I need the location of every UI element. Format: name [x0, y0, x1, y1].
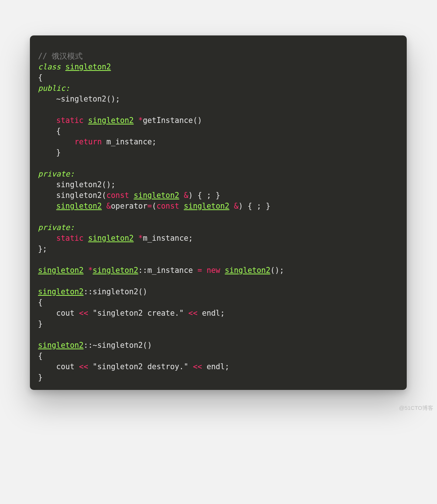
code-token: m_instance; — [143, 234, 193, 243]
code-token — [83, 266, 88, 275]
code-token — [61, 62, 65, 71]
code-token: singleton2 — [38, 341, 83, 350]
code-token — [102, 202, 106, 210]
code-token — [179, 202, 184, 210]
code-token — [129, 191, 134, 200]
code-token: { — [38, 73, 42, 82]
code-token: cout — [38, 309, 79, 318]
code-token: * — [88, 266, 93, 275]
code-token: singleton2 — [38, 287, 83, 296]
code-token: { — [38, 298, 42, 307]
code-token: operator — [111, 202, 147, 210]
code-token: } — [38, 319, 42, 328]
code-token: << — [79, 362, 88, 371]
code-token: singleton2 — [65, 62, 111, 71]
code-token: { — [38, 127, 61, 136]
code-block: // 饿汉模式 class singleton2 { public: ~sing… — [30, 51, 407, 383]
code-token: * — [138, 234, 143, 243]
code-token: ) { ; } — [188, 191, 220, 200]
code-token: } — [38, 373, 42, 382]
code-token: ::~singleton2() — [83, 341, 152, 350]
code-token — [83, 234, 88, 243]
code-token: const — [106, 191, 129, 200]
code-token: = — [147, 202, 152, 210]
code-token: << — [188, 309, 197, 318]
code-token: class — [38, 62, 61, 71]
code-token: ~singleton2(); — [38, 95, 120, 103]
code-token: singleton2( — [38, 191, 106, 200]
code-token: singleton2 — [225, 266, 270, 275]
code-token: public: — [38, 84, 70, 93]
code-token: static — [56, 116, 83, 125]
code-token: m_instance; — [102, 137, 156, 146]
code-token: & — [184, 191, 188, 200]
code-token — [38, 234, 56, 243]
watermark: @51CTO博客 — [399, 405, 433, 412]
code-token — [83, 116, 88, 125]
code-token: = — [197, 266, 202, 275]
code-token: { — [38, 352, 42, 360]
code-token: & — [106, 202, 111, 210]
code-token: ) { ; } — [238, 202, 270, 210]
code-token: // 饿汉模式 — [38, 52, 83, 61]
code-token — [134, 116, 138, 125]
code-card: // 饿汉模式 class singleton2 { public: ~sing… — [30, 35, 407, 390]
code-token — [38, 116, 56, 125]
code-token — [38, 202, 56, 210]
code-token: }; — [38, 244, 47, 253]
code-token — [220, 266, 225, 275]
code-token: ( — [152, 202, 156, 210]
code-token: << — [193, 362, 202, 371]
code-token: new — [207, 266, 220, 275]
code-token: "singleton2 destroy." — [88, 362, 193, 371]
code-token: singleton2(); — [38, 180, 116, 189]
code-token: return — [75, 137, 102, 146]
code-token: & — [234, 202, 238, 210]
code-token: singleton2 — [88, 234, 134, 243]
code-token — [179, 191, 184, 200]
code-token: (); — [270, 266, 284, 275]
code-token: << — [79, 309, 88, 318]
code-token: endl; — [197, 309, 225, 318]
code-token: singleton2 — [38, 266, 83, 275]
code-token: singleton2 — [93, 266, 138, 275]
code-token: } — [38, 148, 61, 157]
code-token: const — [156, 202, 179, 210]
code-token — [134, 234, 138, 243]
code-token — [229, 202, 234, 210]
code-token: singleton2 — [56, 202, 101, 210]
code-token: endl; — [202, 362, 229, 371]
code-token: singleton2 — [134, 191, 179, 200]
code-token: private: — [38, 169, 75, 178]
code-token — [202, 266, 206, 275]
code-token — [38, 137, 75, 146]
code-token: getInstance() — [143, 116, 202, 125]
code-token: "singleton2 create." — [88, 309, 189, 318]
code-token: ::singleton2() — [83, 287, 147, 296]
code-token: singleton2 — [184, 202, 229, 210]
code-token: cout — [38, 362, 79, 371]
code-token: ::m_instance — [138, 266, 197, 275]
code-token: private: — [38, 223, 75, 232]
code-token: static — [56, 234, 83, 243]
code-token: * — [138, 116, 143, 125]
code-token: singleton2 — [88, 116, 134, 125]
